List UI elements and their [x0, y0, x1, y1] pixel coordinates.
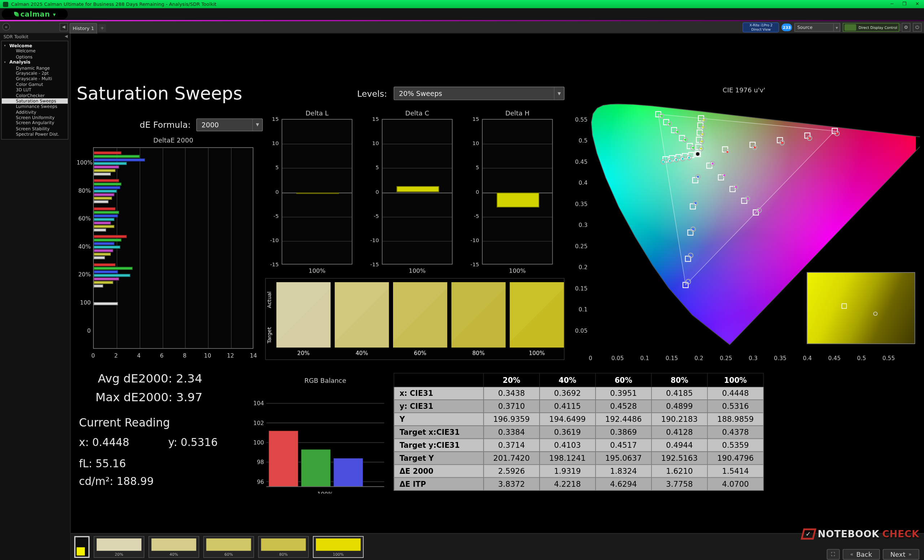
sidebar-item-saturation-sweeps[interactable]: Saturation Sweeps: [2, 98, 68, 103]
deltae-bar: [94, 277, 119, 280]
rgb-bar: [333, 458, 363, 487]
de-formula-value: 2000: [197, 121, 252, 129]
deltae-xtick: 0: [88, 352, 98, 359]
chevron-left-icon: «: [850, 551, 853, 557]
source-dropdown[interactable]: Source ▼: [794, 23, 840, 32]
table-cell: 1.5414: [707, 464, 764, 478]
add-tab-button[interactable]: +: [99, 24, 106, 32]
table-header-cell: 100%: [707, 373, 764, 387]
maximize-button[interactable]: ❒: [902, 0, 907, 8]
cie-measured-dot: [746, 198, 748, 199]
cie-xtick: 0.1: [640, 355, 650, 362]
next-button[interactable]: Next »: [882, 549, 919, 560]
sidebar-item-grayscale-multi[interactable]: Grayscale - Multi: [2, 76, 68, 82]
de-formula-dropdown[interactable]: 2000 ▼: [196, 118, 263, 131]
deltae-title: DeltaE 2000: [93, 137, 254, 144]
back-button-label: Back: [856, 551, 872, 558]
current-y: y: 0.5316: [168, 436, 218, 448]
cie-measured-dot: [735, 186, 736, 188]
source-dropdown-value: Source: [795, 25, 833, 30]
tree-expander-icon[interactable]: ▾: [4, 43, 5, 48]
meter-selector[interactable]: X-Rite i1Pro 2 Direct View: [743, 22, 779, 33]
swatch-label: 100%: [510, 350, 564, 356]
cie-measured-dot: [701, 140, 703, 142]
titlebar: Calman 2025 Calman Ultimate for Business…: [0, 0, 924, 8]
filmstrip-slide-100[interactable]: 100%: [313, 536, 363, 558]
sidebar-item-screen-uniformity[interactable]: Screen Uniformity: [2, 115, 68, 120]
sidebar-item-color-gamut[interactable]: Color Gamut: [2, 82, 68, 87]
sidebar-item-screen-angularity[interactable]: Screen Angularity: [2, 121, 68, 126]
tree-expander-icon[interactable]: ▾: [4, 60, 5, 65]
cie-ytick: 0.25: [575, 243, 588, 250]
filmstrip-slide-80[interactable]: 80%: [258, 536, 309, 558]
sidebar-item-options[interactable]: Options: [2, 54, 68, 60]
rgb-bar: [268, 431, 298, 487]
sidebar-section-analysis[interactable]: ▾Analysis: [2, 60, 68, 65]
sidebar-item-additivity[interactable]: Additivity: [2, 109, 68, 115]
delta-l-ytick: -15: [264, 262, 279, 267]
display-control-dropdown[interactable]: Direct Display Control ▼: [843, 23, 900, 32]
delta-l-title: Delta L: [282, 110, 352, 117]
deltae-bar: [94, 186, 120, 189]
deltae-bar: [94, 179, 119, 182]
power-icon[interactable]: ⏻: [913, 23, 921, 32]
meter-name: X-Rite i1Pro 2: [750, 24, 773, 27]
gear-icon[interactable]: ⚙: [902, 23, 910, 32]
calman-window: Calman 2025 Calman Ultimate for Business…: [0, 0, 924, 560]
delta-l-plot: [282, 119, 352, 265]
sidebar-item-colorchecker[interactable]: ColorChecker: [2, 93, 68, 98]
menu-bar: calman ▼: [0, 8, 924, 20]
table-cell: 194.6499: [540, 413, 596, 426]
sidebar-collapse-icon[interactable]: ◀: [64, 34, 68, 39]
cie-measured-dot: [692, 147, 694, 149]
back-button[interactable]: « Back: [842, 549, 880, 560]
sidebar-item-3d-lut[interactable]: 3D LUT: [2, 87, 68, 93]
levels-label: Levels:: [357, 89, 387, 99]
deltae-bar: [94, 246, 120, 249]
cie-measured-dot: [758, 209, 760, 211]
cie-measured-dot: [808, 137, 810, 139]
deltae-bar: [94, 243, 114, 246]
notebookcheck-logo-icon: ✓: [801, 528, 816, 539]
sidebar-section-welcome[interactable]: ▾Welcome: [2, 43, 68, 48]
table-cell: 2.5926: [484, 464, 540, 478]
table-row-label: ΔE 2000: [394, 464, 483, 478]
levels-value: 20% Sweeps: [394, 89, 554, 97]
cie-measured-dot: [660, 115, 662, 117]
filmstrip-slide-20[interactable]: 20%: [94, 536, 144, 558]
tab-bar: ≡ ◀ History 1 + X-Rite i1Pro 2 Direct Vi…: [0, 21, 924, 34]
sidebar-item-screen-stability[interactable]: Screen Stability: [2, 126, 68, 131]
minimize-button[interactable]: ─: [890, 0, 893, 8]
tab-history-1[interactable]: History 1: [70, 23, 98, 34]
filmstrip-slide-60[interactable]: 60%: [203, 536, 254, 558]
filmstrip-slide-40[interactable]: 40%: [148, 536, 199, 558]
current-x: x: 0.4448: [79, 436, 129, 448]
sidebar-item-grayscale-2pt[interactable]: Grayscale - 2pt: [2, 71, 68, 76]
sidebar-item-spectral-power-dist[interactable]: Spectral Power Dist.: [2, 131, 68, 137]
chevron-right-icon: »: [909, 551, 912, 557]
close-button[interactable]: ✕: [915, 0, 919, 8]
table-cell: 4.6294: [596, 478, 651, 490]
sidebar-item-luminance-sweeps[interactable]: Luminance Sweeps: [2, 104, 68, 109]
nav-menu-icon[interactable]: ≡: [3, 23, 10, 31]
sidebar-item-dynamic-range[interactable]: Dynamic Range: [2, 65, 68, 71]
tab-scroll-left-button[interactable]: ◀: [60, 23, 68, 31]
delta-c-plot: [382, 119, 453, 265]
cie-measured-dot: [697, 176, 699, 178]
calman-menu-button[interactable]: calman ▼: [2, 9, 68, 19]
deltae-chart: DeltaE 2000 100%80%60%40%20%1000 0246810…: [76, 134, 265, 365]
deltae-bar: [94, 267, 133, 270]
fullscreen-icon[interactable]: ⛶: [826, 549, 840, 560]
table-header-cell: 20%: [484, 373, 540, 387]
table-row-label: Target Y: [394, 451, 483, 464]
cie-measured-dot: [723, 174, 725, 176]
swatch-100: 100%: [510, 282, 564, 356]
cie-xtick: 0.5: [857, 355, 866, 362]
cie-xtick: 0.05: [611, 355, 624, 362]
table-cell: 0.3384: [484, 426, 540, 439]
pattern-preview-tile[interactable]: [74, 536, 90, 558]
sidebar-item-welcome[interactable]: Welcome: [2, 49, 68, 54]
levels-dropdown[interactable]: 20% Sweeps ▼: [394, 87, 564, 100]
rgb-ytick: 96: [257, 479, 264, 485]
cie-measured-dot: [690, 255, 692, 256]
